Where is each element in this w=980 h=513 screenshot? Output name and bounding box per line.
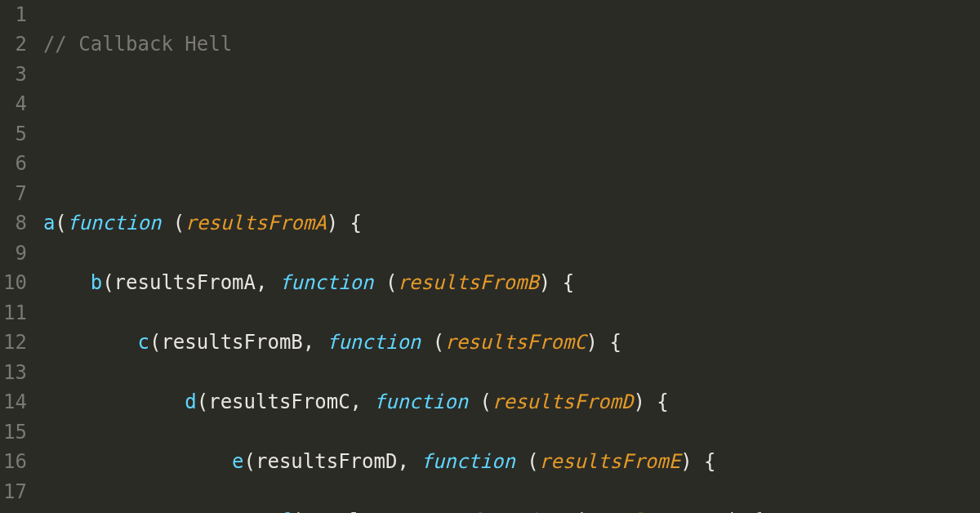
- keyword-function: function: [468, 510, 563, 513]
- code-line[interactable]: d(resultsFromC, function (resultsFromD) …: [43, 387, 763, 417]
- keyword-function: function: [374, 390, 469, 413]
- line-number: 15: [3, 417, 27, 447]
- line-number: 14: [3, 387, 27, 417]
- line-number: 10: [3, 268, 27, 297]
- function-call: a: [43, 212, 55, 234]
- line-number: 5: [3, 119, 27, 149]
- parameter: resultsFromE: [539, 450, 680, 473]
- code-line[interactable]: [43, 89, 763, 118]
- function-call: f: [279, 510, 291, 513]
- keyword-function: function: [327, 331, 421, 354]
- code-content[interactable]: // Callback Hell a(function (resultsFrom…: [38, 0, 763, 513]
- line-number: 1: [3, 0, 27, 29]
- keyword-function: function: [421, 450, 515, 473]
- line-number: 11: [3, 298, 27, 328]
- line-number: 13: [3, 358, 27, 387]
- code-line[interactable]: // Callback Hell: [43, 29, 763, 59]
- code-line[interactable]: f(resultsFromE, function (resultsFromF) …: [43, 506, 763, 513]
- keyword-function: function: [67, 212, 162, 234]
- parameter: resultsFromA: [185, 212, 326, 234]
- function-call: b: [91, 271, 102, 294]
- line-number: 9: [3, 239, 27, 268]
- paren: (: [55, 212, 66, 234]
- line-number: 2: [3, 29, 27, 59]
- line-number: 8: [3, 208, 27, 238]
- identifier: resultsFromE: [303, 510, 444, 513]
- parameter: resultsFromD: [492, 390, 633, 413]
- function-call: d: [185, 390, 196, 413]
- code-editor[interactable]: 1 2 3 4 5 6 7 8 9 10 11 12 13 14 15 16 1…: [0, 0, 980, 513]
- code-line[interactable]: [43, 149, 763, 178]
- keyword-function: function: [279, 271, 374, 294]
- code-line[interactable]: c(resultsFromB, function (resultsFromC) …: [43, 328, 763, 357]
- code-line[interactable]: e(resultsFromD, function (resultsFromE) …: [43, 447, 763, 476]
- function-call: e: [232, 450, 243, 473]
- parameter: resultsFromC: [444, 331, 586, 354]
- parameter: resultsFromF: [586, 510, 728, 513]
- line-number: 17: [3, 477, 27, 506]
- line-number: 3: [3, 60, 27, 89]
- line-number: 12: [3, 328, 27, 357]
- line-number: 6: [3, 149, 27, 178]
- line-number: 7: [3, 179, 27, 208]
- identifier: resultsFromD: [256, 450, 397, 473]
- parameter: resultsFromB: [397, 271, 538, 294]
- identifier: resultsFromC: [208, 390, 350, 413]
- line-number-gutter: 1 2 3 4 5 6 7 8 9 10 11 12 13 14 15 16 1…: [0, 0, 38, 513]
- code-line[interactable]: a(function (resultsFromA) {: [43, 208, 763, 238]
- identifier: resultsFromB: [161, 331, 302, 354]
- code-line[interactable]: b(resultsFromA, function (resultsFromB) …: [43, 268, 763, 297]
- function-call: c: [138, 331, 149, 354]
- identifier: resultsFromA: [114, 271, 256, 294]
- line-number: 16: [3, 447, 27, 476]
- line-number: 4: [3, 89, 27, 118]
- comment: // Callback Hell: [43, 33, 232, 56]
